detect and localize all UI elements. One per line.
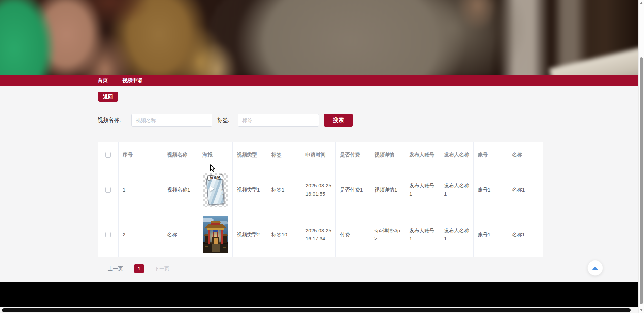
video-name-label: 视频名称:: [98, 114, 121, 127]
scrollbar-arrow-down-icon[interactable]: [640, 309, 643, 311]
cell-video-name: 名称: [163, 212, 198, 257]
cell-tag: 标签10: [267, 212, 301, 257]
pagination-next[interactable]: 下一页: [154, 266, 169, 272]
select-all-checkbox[interactable]: [105, 152, 111, 158]
scroll-to-top-button[interactable]: [587, 260, 603, 276]
cell-name: 名称1: [508, 168, 543, 212]
row-checkbox[interactable]: [105, 232, 111, 237]
col-header-publisher-name: 发布人名称: [440, 142, 474, 168]
cell-paid: 付费: [336, 212, 370, 257]
vertical-scrollbar-thumb[interactable]: [640, 57, 643, 304]
cell-account: 账号1: [474, 212, 508, 257]
col-header-account: 账号: [474, 142, 508, 168]
cell-publisher-name: 发布人名称1: [440, 212, 474, 257]
cell-detail: <p>详情</p>: [370, 212, 405, 257]
video-application-table: 序号 视频名称 海报 视频类型 标签 申请时间 是否付费 视频详情 发布人账号 …: [98, 142, 543, 257]
tag-label: 标签:: [217, 114, 229, 127]
cell-video-type: 视频类型1: [233, 168, 267, 212]
row-checkbox[interactable]: [105, 187, 111, 193]
cell-detail: 视频详情1: [370, 168, 405, 212]
breadcrumb-separator: —: [112, 78, 118, 83]
cell-paid: 是否付费1: [336, 168, 370, 212]
col-header-video-type: 视频类型: [233, 142, 267, 168]
col-header-index: 序号: [119, 142, 163, 168]
breadcrumb: 首页 — 视频申请: [0, 75, 638, 86]
col-header-publisher-account: 发布人账号: [405, 142, 440, 168]
arrow-up-icon: [592, 266, 598, 270]
cell-publisher-account: 发布人账号1: [405, 168, 440, 212]
mouse-cursor: [210, 164, 216, 173]
col-header-apply-time: 申请时间: [301, 142, 336, 168]
col-header-paid: 是否付费: [336, 142, 370, 168]
scrollbar-arrow-up-icon[interactable]: [640, 2, 643, 4]
cell-name: 名称1: [508, 212, 543, 257]
cell-video-type: 视频类型2: [233, 212, 267, 257]
poster-label: 短视频: [207, 174, 223, 181]
hero-photo-blur-layer: [0, 0, 638, 75]
pagination-page-1[interactable]: 1: [134, 264, 144, 273]
cell-index: 1: [119, 168, 163, 212]
col-header-detail: 视频详情: [370, 142, 405, 168]
play-icon: [210, 186, 214, 192]
breadcrumb-current: 视频申请: [122, 77, 142, 84]
sweater-texture: [210, 0, 492, 75]
col-header-video-name: 视频名称: [163, 142, 198, 168]
poster-image-short-video[interactable]: 短视频 ♡◎➤: [203, 173, 228, 207]
tag-input[interactable]: [238, 114, 319, 127]
col-header-tag: 标签: [267, 142, 301, 168]
video-name-input[interactable]: [131, 114, 212, 127]
table-header-row: 序号 视频名称 海报 视频类型 标签 申请时间 是否付费 视频详情 发布人账号 …: [98, 142, 543, 168]
cell-apply-time: 2025-03-25 16:01:55: [301, 168, 336, 212]
cell-index: 2: [119, 212, 163, 257]
back-button[interactable]: 返回: [98, 92, 118, 102]
vertical-scrollbar[interactable]: [638, 0, 644, 313]
cell-tag: 标签1: [267, 168, 301, 212]
breadcrumb-home[interactable]: 首页: [98, 77, 108, 84]
poster-image-temple-gate[interactable]: [203, 216, 228, 253]
horizontal-scrollbar-thumb[interactable]: [2, 308, 631, 312]
col-header-poster: 海报: [198, 142, 233, 168]
cell-account: 账号1: [474, 168, 508, 212]
horizontal-scrollbar[interactable]: [0, 307, 638, 313]
video-application-page: 首页 — 视频申请 返回 视频名称: 标签: 搜索 序号 视频名称 海报 视频类…: [0, 0, 644, 313]
table-row: 1 视频名称1 短视频 ♡◎➤ 视频类型1 标签1 2025-03-25 16:…: [98, 168, 543, 212]
cell-publisher-account: 发布人账号1: [405, 212, 440, 257]
hero-banner-image: [0, 0, 638, 75]
col-header-name: 名称: [508, 142, 543, 168]
cell-publisher-name: 发布人名称1: [440, 168, 474, 212]
cell-apply-time: 2025-03-25 16:17:34: [301, 212, 336, 257]
table-row: 2 名称: [98, 212, 543, 257]
cell-video-name: 视频名称1: [163, 168, 198, 212]
pagination-prev[interactable]: 上一页: [108, 266, 123, 272]
search-button[interactable]: 搜索: [324, 114, 353, 127]
reaction-icons: ♡◎➤: [221, 184, 225, 196]
